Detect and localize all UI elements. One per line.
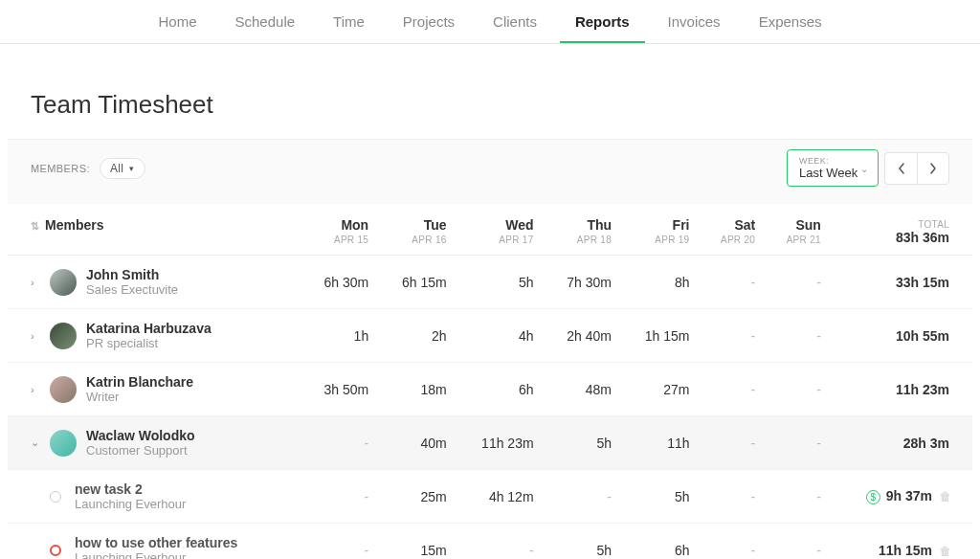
- day-column-header: SatAPR 20: [699, 204, 765, 256]
- nav-item-schedule[interactable]: Schedule: [220, 0, 311, 43]
- total-cell: 11h 23m: [831, 363, 972, 416]
- time-cell[interactable]: 6h: [621, 524, 699, 560]
- day-column-header: TueAPR 16: [378, 204, 456, 256]
- total-column-header: TOTAL83h 36m: [831, 204, 972, 256]
- task-row: how to use other featuresLaunching Everh…: [8, 524, 972, 560]
- day-column-header: FriAPR 19: [621, 204, 699, 256]
- time-cell[interactable]: 3h 50m: [301, 363, 378, 416]
- time-cell[interactable]: -: [301, 524, 378, 560]
- timesheet-table: ⇅MembersMonAPR 15TueAPR 16WedAPR 17ThuAP…: [8, 204, 972, 559]
- time-cell[interactable]: -: [699, 416, 765, 470]
- time-cell[interactable]: 25m: [378, 470, 456, 524]
- time-cell[interactable]: -: [699, 309, 765, 363]
- time-cell[interactable]: -: [301, 416, 378, 470]
- time-cell[interactable]: 15m: [378, 524, 456, 560]
- member-role: PR specialist: [86, 336, 212, 350]
- time-cell[interactable]: 11h 23m: [457, 416, 544, 470]
- member-row: ›Katarina HarbuzavaPR specialist1h2h4h2h…: [8, 309, 972, 363]
- member-cell: ›Katrin BlanchareWriter: [8, 363, 301, 416]
- nav-item-projects[interactable]: Projects: [388, 0, 470, 43]
- member-row: ›Katrin BlanchareWriter3h 50m18m6h48m27m…: [8, 363, 972, 416]
- time-cell[interactable]: 5h: [544, 416, 621, 470]
- time-cell[interactable]: 1h: [301, 309, 378, 363]
- task-name[interactable]: new task 2: [75, 481, 186, 497]
- time-cell[interactable]: -: [699, 363, 765, 416]
- time-cell[interactable]: 6h 15m: [378, 256, 456, 309]
- time-cell[interactable]: -: [699, 470, 765, 524]
- member-name[interactable]: John Smith: [86, 267, 178, 282]
- day-column-header: MonAPR 15: [301, 204, 378, 256]
- member-cell: ⌄Waclaw WolodkoCustomer Support: [8, 416, 301, 470]
- time-cell[interactable]: 6h: [457, 363, 544, 416]
- day-column-header: WedAPR 17: [457, 204, 544, 256]
- member-name[interactable]: Katrin Blanchare: [86, 374, 193, 390]
- delete-icon[interactable]: 🗑: [940, 490, 949, 503]
- time-cell[interactable]: 6h 30m: [301, 256, 378, 309]
- time-cell[interactable]: 27m: [621, 363, 699, 416]
- time-cell[interactable]: -: [301, 470, 378, 524]
- task-row: new task 2Launching Everhour-25m4h 12m-5…: [8, 470, 972, 524]
- members-dropdown-value: All: [110, 162, 124, 175]
- nav-item-expenses[interactable]: Expenses: [744, 0, 837, 43]
- time-cell[interactable]: -: [699, 256, 765, 309]
- chevron-right-icon[interactable]: ›: [31, 330, 40, 342]
- members-label: MEMBERS:: [31, 163, 90, 174]
- time-cell[interactable]: 7h 30m: [544, 256, 621, 309]
- delete-icon[interactable]: 🗑: [940, 545, 949, 558]
- time-cell[interactable]: -: [699, 524, 765, 560]
- time-cell[interactable]: 11h: [621, 416, 699, 470]
- time-cell[interactable]: 2h: [378, 309, 456, 363]
- nav-item-time[interactable]: Time: [318, 0, 380, 43]
- time-cell[interactable]: 40m: [378, 416, 456, 470]
- nav-item-home[interactable]: Home: [144, 0, 212, 43]
- time-cell[interactable]: -: [765, 524, 831, 560]
- member-row: ›John SmithSales Exectuvite6h 30m6h 15m5…: [8, 256, 972, 309]
- member-name[interactable]: Waclaw Wolodko: [86, 428, 195, 443]
- time-cell[interactable]: -: [765, 470, 831, 524]
- time-cell[interactable]: 18m: [378, 363, 456, 416]
- time-cell[interactable]: -: [457, 524, 544, 560]
- time-cell[interactable]: 2h 40m: [544, 309, 621, 363]
- member-row: ⌄Waclaw WolodkoCustomer Support-40m11h 2…: [8, 416, 972, 470]
- chevron-right-icon[interactable]: ›: [31, 384, 40, 395]
- time-cell[interactable]: 8h: [621, 256, 699, 309]
- time-cell[interactable]: -: [765, 363, 831, 416]
- time-cell[interactable]: 5h: [621, 470, 699, 524]
- chevron-left-icon: [898, 163, 905, 174]
- time-cell[interactable]: 5h: [544, 524, 621, 560]
- prev-week-button[interactable]: [884, 152, 917, 185]
- nav-item-invoices[interactable]: Invoices: [653, 0, 736, 43]
- task-cell: new task 2Launching Everhour: [8, 470, 301, 524]
- members-dropdown[interactable]: All ▾: [100, 158, 145, 179]
- time-cell[interactable]: 4h: [457, 309, 544, 363]
- avatar: [50, 323, 77, 349]
- week-select-value: Last Week: [799, 166, 864, 180]
- week-select[interactable]: WEEK: Last Week ⌄: [787, 149, 879, 187]
- total-cell: 10h 55m: [831, 309, 972, 363]
- controls-row: MEMBERS: All ▾ WEEK: Last Week ⌄: [8, 139, 972, 204]
- members-filter: MEMBERS: All ▾: [31, 158, 145, 179]
- time-cell[interactable]: -: [765, 256, 831, 309]
- time-cell[interactable]: -: [765, 416, 831, 470]
- member-name[interactable]: Katarina Harbuzava: [86, 321, 212, 336]
- task-name[interactable]: how to use other features: [75, 535, 237, 550]
- avatar: [50, 269, 77, 296]
- status-blocked-icon[interactable]: [50, 545, 61, 556]
- nav-item-reports[interactable]: Reports: [560, 0, 645, 43]
- week-nav: [884, 152, 949, 185]
- next-week-button[interactable]: [917, 152, 949, 185]
- time-cell[interactable]: 1h 15m: [621, 309, 699, 363]
- avatar: [50, 376, 77, 403]
- page-title: Team Timesheet: [8, 67, 972, 139]
- members-column-header[interactable]: ⇅Members: [8, 204, 301, 256]
- total-cell: 28h 3m: [831, 416, 972, 470]
- chevron-down-icon[interactable]: ⌄: [31, 436, 40, 449]
- time-cell[interactable]: 48m: [544, 363, 621, 416]
- time-cell[interactable]: -: [544, 470, 621, 524]
- chevron-right-icon[interactable]: ›: [31, 277, 40, 288]
- time-cell[interactable]: -: [765, 309, 831, 363]
- status-open-icon[interactable]: [50, 491, 61, 503]
- time-cell[interactable]: 4h 12m: [457, 470, 544, 524]
- time-cell[interactable]: 5h: [457, 256, 544, 309]
- nav-item-clients[interactable]: Clients: [478, 0, 552, 43]
